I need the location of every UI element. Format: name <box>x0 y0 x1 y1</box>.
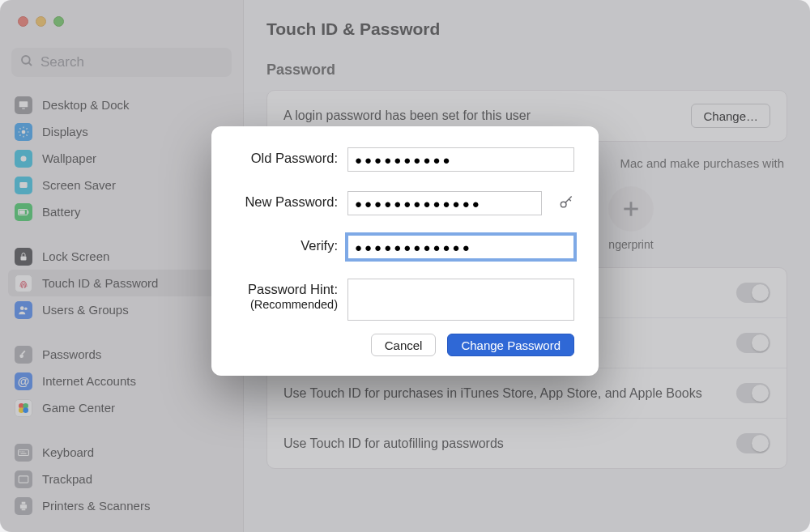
old-password-input[interactable] <box>347 147 574 172</box>
new-password-input[interactable] <box>347 191 542 215</box>
new-password-label: New Password: <box>236 194 338 210</box>
password-hint-label: Password Hint: <box>236 282 338 297</box>
verify-password-input[interactable] <box>347 235 574 259</box>
key-icon[interactable] <box>558 194 574 214</box>
change-password-submit[interactable]: Change Password <box>447 334 574 356</box>
password-hint-sublabel: (Recommended) <box>250 298 338 311</box>
verify-password-label: Verify: <box>236 238 338 253</box>
old-password-label: Old Password: <box>236 151 338 166</box>
cancel-button[interactable]: Cancel <box>371 334 437 356</box>
password-hint-input[interactable] <box>347 279 574 321</box>
change-password-dialog: Old Password: New Password: Verify: Pass… <box>211 126 599 376</box>
